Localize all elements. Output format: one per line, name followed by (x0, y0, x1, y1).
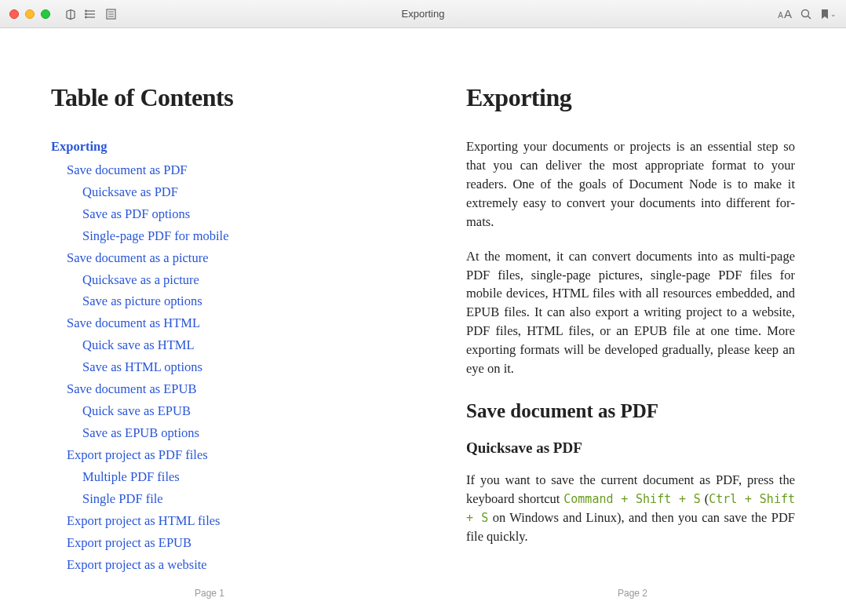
toc-heading: Table of Contents (51, 83, 380, 112)
toc-link[interactable]: Export project as PDF files (67, 446, 380, 465)
svg-line-11 (808, 16, 811, 19)
toc-link[interactable]: Save document as PDF (67, 161, 380, 180)
article-paragraph: If you want to save the current document… (466, 471, 795, 546)
minimize-window-button[interactable] (25, 9, 35, 19)
close-window-button[interactable] (9, 9, 19, 19)
content-area: Table of Contents ExportingSave document… (0, 28, 846, 616)
keyboard-shortcut: Command + Shift + S (563, 492, 701, 506)
maximize-window-button[interactable] (41, 9, 50, 19)
toc-link[interactable]: Single PDF file (82, 490, 380, 508)
toc-link[interactable]: Save as HTML options (82, 358, 380, 377)
page-left: Table of Contents ExportingSave document… (0, 28, 419, 616)
toc-link[interactable]: Save document as a picture (67, 249, 380, 268)
article-h2: Save document as PDF (466, 400, 795, 422)
toc-link[interactable]: Save as PDF options (82, 205, 380, 224)
window-controls (9, 9, 50, 19)
article-heading: Exporting (466, 83, 795, 112)
toolbar-left (64, 8, 117, 20)
library-icon[interactable] (64, 8, 77, 20)
toc-link[interactable]: Save document as HTML (67, 314, 380, 333)
toc-link[interactable]: Save as EPUB options (82, 424, 380, 443)
font-size-large-a-icon: A (784, 7, 792, 20)
toc-link[interactable]: Quicksave as a picture (82, 271, 380, 290)
toc-link[interactable]: Quick save as EPUB (82, 402, 380, 421)
font-size-button[interactable]: AA (778, 7, 792, 20)
svg-point-5 (86, 16, 87, 18)
toc-list: ExportingSave document as PDFQuicksave a… (51, 137, 380, 574)
toolbar-right: AA ⌄ (778, 7, 837, 20)
window-title: Exporting (402, 8, 445, 20)
font-size-small-a-icon: A (778, 11, 783, 20)
titlebar: Exporting AA ⌄ (0, 0, 846, 28)
search-icon[interactable] (800, 8, 812, 20)
toc-link[interactable]: Export project as EPUB (67, 534, 380, 552)
toc-link[interactable]: Save as picture options (82, 292, 380, 311)
article-h3: Quicksave as PDF (466, 439, 795, 457)
contents-list-icon[interactable] (85, 8, 97, 20)
toc-link[interactable]: Quick save as HTML (82, 336, 380, 355)
toc-link[interactable]: Single-page PDF for mobile (82, 227, 380, 246)
bookmark-icon (820, 8, 830, 20)
svg-point-4 (86, 13, 87, 15)
toc-link[interactable]: Save document as EPUB (67, 380, 380, 399)
text-run: on Windows and Linux), and then you can … (466, 510, 795, 544)
toc-link[interactable]: Export project as a website (67, 556, 380, 574)
toc-link[interactable]: Exporting (51, 137, 380, 156)
toc-link[interactable]: Multiple PDF files (82, 468, 380, 487)
bookmark-button[interactable]: ⌄ (820, 8, 837, 20)
page-view-icon[interactable] (105, 8, 117, 20)
page-right: Exporting Exporting your documents or pr… (419, 28, 846, 616)
svg-point-3 (86, 10, 87, 12)
chevron-down-icon: ⌄ (830, 10, 837, 18)
text-run: ( (701, 491, 709, 506)
toc-link[interactable]: Quicksave as PDF (82, 183, 380, 202)
toc-link[interactable]: Export project as HTML files (67, 512, 380, 530)
page-number-left: Page 1 (195, 588, 224, 599)
svg-point-10 (802, 9, 809, 16)
page-number-right: Page 2 (618, 588, 647, 599)
article-paragraph: At the moment, it can convert documents … (466, 247, 795, 378)
article-paragraph: Exporting your documents or projects is … (466, 137, 795, 231)
